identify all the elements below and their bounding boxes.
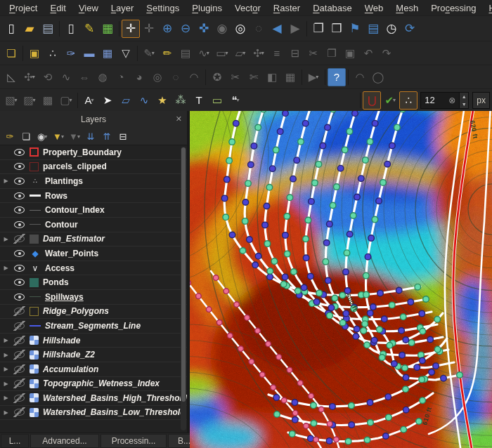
add-rectangle-dropdown-icon[interactable]: ▾ <box>226 50 228 56</box>
new-map-view-button[interactable]: ❐ <box>309 20 328 38</box>
manage-map-themes-button[interactable]: ◉▾ <box>35 129 49 143</box>
remove-layer-button[interactable]: ⊟ <box>116 129 130 143</box>
zoom-next-button[interactable]: ▶ <box>286 20 304 38</box>
collapse-all-button[interactable]: ⇈ <box>100 129 114 143</box>
spinner-down-icon[interactable]: ▼ <box>460 100 468 108</box>
snap-unit-select[interactable]: px <box>472 92 490 109</box>
layer-row-ponds[interactable]: Ponds <box>0 275 187 290</box>
new-virtual-layer-button[interactable]: ▦ <box>98 44 117 62</box>
run-feature-action-dropdown-icon[interactable]: ▾ <box>316 74 318 80</box>
reshape-features-button[interactable]: ✪ <box>208 68 226 86</box>
pan-to-selection-button[interactable]: ✛ <box>140 20 158 38</box>
visibility-toggle-eye-icon[interactable] <box>13 220 25 230</box>
layer-row-hillshade[interactable]: ▶Hillshade <box>0 334 187 348</box>
expander-icon[interactable]: ▶ <box>3 381 9 387</box>
layer-row-contour[interactable]: Contour <box>0 218 187 232</box>
snap-tolerance-input[interactable]: 12⊗ <box>420 92 460 109</box>
menu-processing[interactable]: Processing <box>425 1 482 15</box>
new-mesh-layer-button[interactable]: ▽ <box>117 44 135 62</box>
enable-tracing-button[interactable]: ✔▾ <box>381 91 399 110</box>
menu-settings[interactable]: Settings <box>140 1 186 15</box>
add-ring-button[interactable]: ◍ <box>93 68 112 86</box>
map-canvas[interactable]: 600 ft 610 ft 620 ft <box>190 111 492 448</box>
delete-part-button[interactable]: ◌ <box>167 68 185 86</box>
close-icon[interactable]: ✕ <box>176 114 182 124</box>
enable-snapping-button[interactable]: ⋃ <box>363 91 381 110</box>
menu-database[interactable]: Database <box>306 1 358 15</box>
save-project-button[interactable]: ▤ <box>39 20 57 38</box>
add-rectangle-button[interactable]: ▭▾ <box>213 44 231 62</box>
add-polygon-button[interactable]: ▱▾ <box>231 44 250 62</box>
menu-vector[interactable]: Vector <box>228 1 267 15</box>
zoom-last-button[interactable]: ◀ <box>268 20 286 38</box>
new-project-button[interactable]: ▯ <box>2 20 20 38</box>
delete-selected-button[interactable]: ⊟ <box>286 44 304 62</box>
current-edits-dropdown-icon[interactable]: ▾ <box>152 50 155 56</box>
manage-map-themes-dropdown-icon[interactable]: ▾ <box>44 133 47 140</box>
merge-attributes-button[interactable]: ▦ <box>281 68 299 86</box>
circle-2points-button[interactable]: ◯ <box>369 68 387 86</box>
add-group-button[interactable]: ❏ <box>19 129 33 143</box>
enable-tracing-dropdown-icon[interactable]: ▾ <box>393 97 396 103</box>
expander-icon[interactable]: ▶ <box>3 409 9 416</box>
zoom-out-button[interactable]: ⊖ <box>176 20 195 38</box>
select-features-dropdown-icon[interactable]: ▾ <box>33 97 36 103</box>
visibility-toggle-eye-icon[interactable] <box>13 191 25 201</box>
select-by-form-dropdown-icon[interactable]: ▾ <box>15 97 18 103</box>
delete-ring-button[interactable]: ◎ <box>148 68 167 86</box>
rotate-feature-button[interactable]: ⟲ <box>39 68 57 86</box>
select-by-polygon-button[interactable]: ▢▾ <box>57 91 75 110</box>
fill-ring-button[interactable]: ◕ <box>130 68 148 86</box>
visibility-toggle-eye-icon[interactable] <box>13 292 25 302</box>
menu-web[interactable]: Web <box>358 1 390 15</box>
split-parts-button[interactable]: ✄ <box>245 68 263 86</box>
html-annotation-button[interactable]: ❝▾ <box>226 91 245 110</box>
data-source-manager-button[interactable]: ❏ <box>2 44 20 62</box>
expander-icon[interactable]: ▶ <box>3 265 9 271</box>
redo-button[interactable]: ↷ <box>377 44 396 62</box>
circular-string-button[interactable]: ◠ <box>351 68 369 86</box>
temporal-controller-button[interactable]: ◷ <box>382 20 401 38</box>
merge-features-button[interactable]: ◧ <box>263 68 281 86</box>
expander-icon[interactable]: ▶ <box>3 395 9 401</box>
visibility-toggle-eye-icon[interactable] <box>13 393 25 403</box>
new-point-annotation-button[interactable]: ⁂ <box>171 91 190 110</box>
layer-row-topographic_wetness_index[interactable]: ▶Topographic_Wetness_Index <box>0 377 187 392</box>
layout-manager-button[interactable]: ✎ <box>80 20 98 38</box>
layer-row-watershed_basins_high_threshold[interactable]: ▶Watershed_Basins_High_Threshold <box>0 391 187 406</box>
visibility-toggle-eye-icon[interactable] <box>13 364 25 374</box>
split-features-button[interactable]: ✂ <box>226 68 245 86</box>
help-contents-button[interactable]: ? <box>328 68 346 86</box>
scrollbar[interactable] <box>181 147 186 430</box>
offset-curve-button[interactable]: ◠ <box>185 68 203 86</box>
visibility-toggle-eye-icon[interactable] <box>13 336 25 345</box>
toggle-editing-button[interactable]: ✏ <box>158 44 176 62</box>
undo-button[interactable]: ↶ <box>359 44 377 62</box>
expander-icon[interactable]: ▶ <box>3 337 9 343</box>
visibility-toggle-eye-icon[interactable] <box>13 321 25 331</box>
modify-annotations-button[interactable]: ➤ <box>98 91 117 110</box>
menu-edit[interactable]: Edit <box>44 1 72 15</box>
vertex-tool-button[interactable]: ✣▾ <box>250 44 268 62</box>
new-temporary-scratch-layer-button[interactable]: ▬ <box>80 44 98 62</box>
expander-icon[interactable]: ▶ <box>3 366 9 372</box>
new-line-annotation-button[interactable]: ∿ <box>135 91 153 110</box>
scale-feature-button[interactable]: ⇔ <box>75 68 93 86</box>
digitize-with-segment-dropdown-icon[interactable]: ▾ <box>207 50 209 56</box>
paste-features-button[interactable]: ▣ <box>341 44 359 62</box>
copy-features-button[interactable]: ❐ <box>323 44 341 62</box>
clear-value-icon[interactable]: ⊗ <box>448 95 455 105</box>
layer-row-property_boundary[interactable]: Property_Boundary <box>0 145 187 160</box>
layer-row-hillshade_z2[interactable]: ▶Hillshade_Z2 <box>0 348 187 362</box>
layer-row-dam_estimator[interactable]: ▶Dam_Estimator <box>0 232 187 247</box>
zoom-full-button[interactable]: ✜ <box>195 20 213 38</box>
visibility-toggle-eye-icon[interactable] <box>13 147 25 157</box>
menu-help[interactable]: Help <box>482 1 492 15</box>
zoom-to-selection-button[interactable]: ◉ <box>213 20 231 38</box>
digitize-with-segment-button[interactable]: ∿▾ <box>195 44 213 62</box>
new-spatial-bookmark-button[interactable]: ⚑ <box>346 20 364 38</box>
zoom-to-layer-button[interactable]: ◎ <box>231 20 250 38</box>
visibility-toggle-eye-icon[interactable] <box>13 176 25 186</box>
menu-project[interactable]: Project <box>3 1 44 15</box>
filter-by-expression-dropdown-icon[interactable]: ▾ <box>77 133 80 140</box>
